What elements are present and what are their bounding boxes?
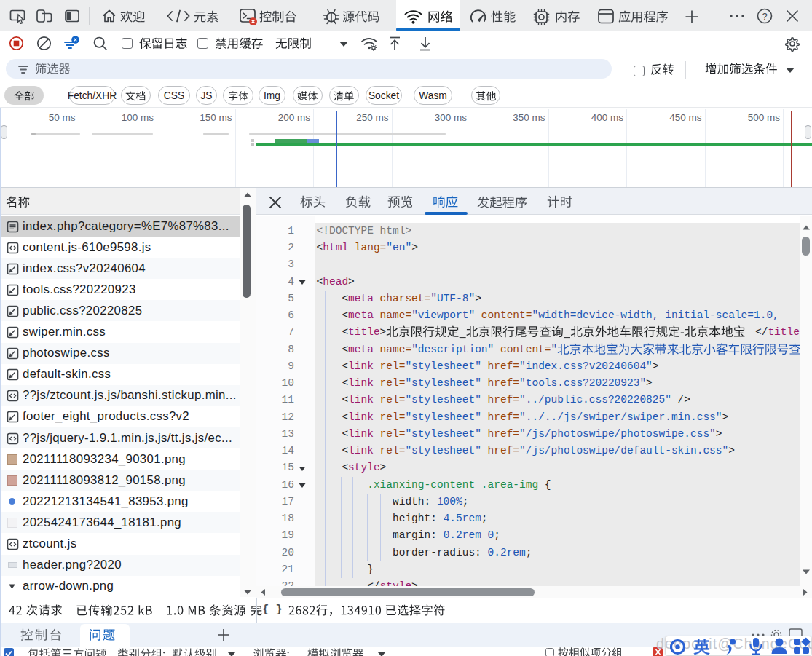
svg-text:?: ? xyxy=(762,11,767,22)
